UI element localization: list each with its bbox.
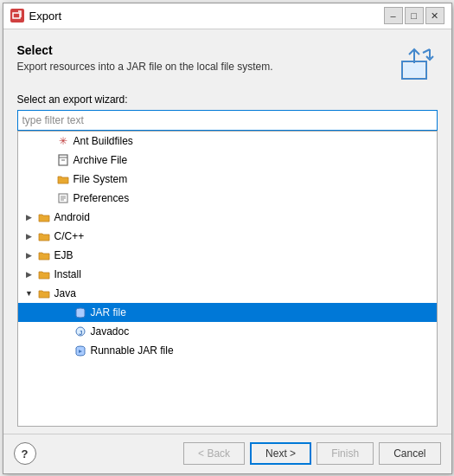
item-label: Java <box>54 287 76 299</box>
dialog-footer: ? < Back Next > Finish Cancel <box>3 434 451 473</box>
item-label: Javadoc <box>91 325 130 338</box>
item-label: Android <box>54 211 90 223</box>
list-item[interactable]: Preferences <box>18 189 437 208</box>
close-button[interactable]: ✕ <box>425 7 444 24</box>
archive-icon <box>56 153 70 167</box>
item-label: Preferences <box>74 192 130 204</box>
runnable-jar-icon <box>74 344 87 357</box>
folder-icon <box>37 210 51 224</box>
list-item[interactable]: JAR file <box>18 303 437 322</box>
javadoc-icon: J <box>74 325 87 338</box>
expand-icon: ▶ <box>23 230 35 242</box>
item-label: JAR file <box>91 306 126 318</box>
svg-rect-2 <box>404 63 425 77</box>
back-button[interactable]: < Back <box>183 442 245 465</box>
export-dialog: Export – □ ✕ Select Export resources int… <box>3 3 452 474</box>
title-bar: Export – □ ✕ <box>3 3 451 29</box>
finish-button[interactable]: Finish <box>317 442 374 465</box>
expand-icon: ▶ <box>23 249 35 261</box>
item-label: File System <box>74 173 128 185</box>
help-button[interactable]: ? <box>14 442 36 465</box>
expand-icon: ▶ <box>23 211 35 223</box>
cancel-button[interactable]: Cancel <box>379 442 440 465</box>
svg-line-4 <box>423 49 430 53</box>
list-item[interactable]: ✳ Ant Buildfiles <box>18 132 437 151</box>
expand-icon <box>42 173 54 185</box>
list-item[interactable]: ▶ Android <box>18 208 437 227</box>
folder-icon <box>37 229 51 243</box>
expand-icon <box>60 344 72 357</box>
item-label: EJB <box>54 249 74 261</box>
svg-rect-0 <box>13 13 20 18</box>
jar-icon <box>74 306 87 319</box>
window-title: Export <box>29 10 379 23</box>
folder-icon <box>37 267 51 281</box>
list-item[interactable]: Runnable JAR file <box>18 341 437 360</box>
list-item[interactable]: ▼ Java <box>18 284 437 303</box>
filesystem-icon <box>56 172 70 186</box>
preferences-icon <box>56 191 70 205</box>
wizard-select-label: Select an export wizard: <box>17 93 438 106</box>
folder-icon <box>37 286 51 300</box>
header-title: Select <box>17 43 396 57</box>
list-item[interactable]: File System <box>18 170 437 189</box>
list-item[interactable]: ▶ EJB <box>18 246 437 265</box>
item-label: Ant Buildfiles <box>74 135 133 147</box>
folder-icon <box>37 248 51 262</box>
minimize-button[interactable]: – <box>384 7 403 24</box>
maximize-button[interactable]: □ <box>405 7 424 24</box>
export-wizard-icon <box>399 46 435 82</box>
list-item[interactable]: J Javadoc <box>18 322 437 341</box>
next-button[interactable]: Next > <box>250 442 311 465</box>
list-item[interactable]: ▶ Install <box>18 265 437 284</box>
item-label: C/C++ <box>54 230 85 242</box>
expand-icon: ▶ <box>23 268 35 280</box>
expand-icon <box>42 135 54 147</box>
collapse-icon: ▼ <box>23 287 35 299</box>
expand-icon <box>60 306 72 318</box>
window-icon <box>10 9 24 23</box>
navigation-buttons: < Back Next > Finish Cancel <box>183 442 440 465</box>
svg-text:J: J <box>79 329 82 337</box>
tree-container[interactable]: ✳ Ant Buildfiles Archive File <box>17 131 438 427</box>
header-icon <box>396 43 438 85</box>
ant-icon: ✳ <box>56 134 70 148</box>
expand-icon <box>42 192 54 204</box>
item-label: Archive File <box>74 154 128 166</box>
item-label: Runnable JAR file <box>91 344 174 357</box>
dialog-header: Select Export resources into a JAR file … <box>17 43 438 85</box>
item-label: Install <box>54 268 81 280</box>
window-controls: – □ ✕ <box>384 7 444 24</box>
filter-input[interactable] <box>17 110 438 131</box>
header-description: Export resources into a JAR file on the … <box>17 61 396 73</box>
header-text-area: Select Export resources into a JAR file … <box>17 43 396 73</box>
dialog-content: Select Export resources into a JAR file … <box>3 29 451 434</box>
expand-icon <box>60 325 72 338</box>
list-item[interactable]: Archive File <box>18 151 437 170</box>
expand-icon <box>42 154 54 166</box>
list-item[interactable]: ▶ C/C++ <box>18 227 437 246</box>
